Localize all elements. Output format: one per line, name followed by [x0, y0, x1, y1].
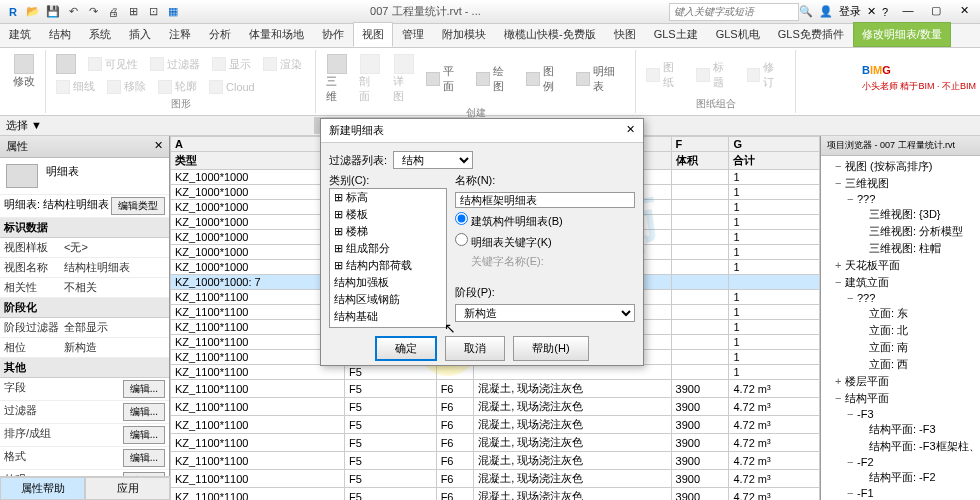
help-button[interactable]: 帮助(H) — [513, 336, 588, 361]
close-button[interactable]: ✕ — [952, 4, 976, 20]
radio-keyword[interactable]: 明细表关键字(K) — [455, 233, 635, 250]
thinline-button[interactable]: 细线 — [52, 77, 99, 96]
tree-node[interactable]: +楼层平面 — [823, 373, 978, 390]
category-listbox[interactable]: ⊞ 标高⊞ 楼板⊞ 楼梯⊞ 组成部分⊞ 结构内部荷载 结构加强板 结构区域钢筋 … — [329, 188, 447, 328]
tree-node[interactable]: −建筑立面 — [823, 274, 978, 291]
field-header[interactable]: 合计 — [729, 152, 820, 170]
view-name-value[interactable]: 结构柱明细表 — [64, 260, 165, 275]
category-item[interactable]: ⊞ 楼梯 — [330, 223, 446, 240]
expand-icon[interactable]: − — [835, 160, 845, 172]
tree-node[interactable]: 三维视图: 分析模型 — [823, 223, 978, 240]
tab-橄榄山快模-免费版[interactable]: 橄榄山快模-免费版 — [495, 22, 605, 47]
profile-button[interactable]: 轮廓 — [154, 77, 201, 96]
category-item[interactable]: ⊞ 组成部分 — [330, 240, 446, 257]
phase-value[interactable]: 新构造 — [64, 340, 165, 355]
prop-help-button[interactable]: 属性帮助 — [0, 477, 85, 500]
cancel-button[interactable]: 取消 — [445, 336, 505, 361]
field-header[interactable]: 体积 — [671, 152, 729, 170]
tree-node[interactable]: 结构平面: -F2 — [823, 469, 978, 486]
section-button[interactable]: 剖面 — [355, 52, 384, 106]
callout-button[interactable]: 详图 — [389, 52, 418, 106]
filter-button[interactable]: 过滤器 — [146, 55, 204, 74]
minimize-button[interactable]: — — [896, 4, 920, 20]
search-icon[interactable]: 🔍 — [799, 5, 813, 18]
tree-node[interactable]: −??? — [823, 192, 978, 206]
tab-GLS土建[interactable]: GLS土建 — [645, 22, 707, 47]
close-icon[interactable]: ✕ — [154, 139, 163, 154]
3dview-button[interactable]: 三维 — [322, 52, 351, 106]
select-dropdown[interactable]: 选择 ▼ — [6, 118, 42, 133]
tab-插入[interactable]: 插入 — [120, 22, 160, 47]
tree-node[interactable]: −??? — [823, 291, 978, 305]
edit-type-button[interactable]: 编辑类型 — [111, 197, 165, 215]
field-header[interactable]: 类型 — [171, 152, 345, 170]
table-row[interactable]: KZ_1100*1100F5F6混凝土, 现场浇注灰色39004.72 m³ — [171, 452, 820, 470]
tab-修改明细表/数量[interactable]: 修改明细表/数量 — [853, 22, 951, 47]
phase-select[interactable]: 新构造 — [455, 304, 635, 322]
category-item[interactable]: 结构区域钢筋 — [330, 291, 446, 308]
drafting-button[interactable]: 绘图 — [472, 62, 518, 96]
tab-附加模块[interactable]: 附加模块 — [433, 22, 495, 47]
redo-icon[interactable]: ↷ — [84, 3, 102, 21]
table-row[interactable]: KZ_1100*1100F5F6混凝土, 现场浇注灰色39004.72 m³ — [171, 398, 820, 416]
table-row[interactable]: KZ_1100*1100F5F6混凝土, 现场浇注灰色39004.72 m³ — [171, 416, 820, 434]
user-icon[interactable]: 👤 — [819, 5, 833, 18]
expand-icon[interactable]: + — [835, 259, 845, 271]
view-template-button[interactable] — [52, 52, 80, 76]
expand-icon[interactable]: − — [835, 392, 845, 404]
remove-button[interactable]: 移除 — [103, 77, 150, 96]
filter-select[interactable]: 结构 — [393, 151, 473, 169]
sort-edit-button[interactable]: 编辑... — [123, 426, 165, 444]
revision-button[interactable]: 修订 — [743, 58, 789, 92]
tree-node[interactable]: −视图 (按标高排序) — [823, 158, 978, 175]
maximize-button[interactable]: ▢ — [924, 4, 948, 20]
expand-icon[interactable]: − — [835, 177, 845, 189]
format-edit-button[interactable]: 编辑... — [123, 449, 165, 467]
table-row[interactable]: KZ_1100*1100F5F6混凝土, 现场浇注灰色39004.72 m³ — [171, 470, 820, 488]
visibility-button[interactable]: 可见性 — [84, 55, 142, 74]
view-template-value[interactable]: <无> — [64, 240, 165, 255]
save-icon[interactable]: 💾 — [44, 3, 62, 21]
tree-node[interactable]: 立面: 西 — [823, 356, 978, 373]
category-item[interactable]: 结构加强板 — [330, 274, 446, 291]
apply-button[interactable]: 应用 — [85, 477, 170, 500]
expand-icon[interactable]: − — [847, 292, 857, 304]
tab-结构[interactable]: 结构 — [40, 22, 80, 47]
ok-button[interactable]: 确定 — [375, 336, 437, 361]
render-button[interactable]: 渲染 — [259, 55, 306, 74]
help-icon[interactable]: ? — [882, 6, 888, 18]
tree-node[interactable]: 立面: 东 — [823, 305, 978, 322]
expand-icon[interactable]: − — [835, 276, 845, 288]
tab-注释[interactable]: 注释 — [160, 22, 200, 47]
expand-icon[interactable]: − — [847, 456, 857, 468]
table-row[interactable]: KZ_1100*1100F5F6混凝土, 现场浇注灰色39004.72 m³ — [171, 488, 820, 501]
col-header[interactable]: F — [671, 137, 729, 152]
legend-button[interactable]: 图例 — [522, 62, 568, 96]
tab-建筑[interactable]: 建筑 — [0, 22, 40, 47]
tree-node[interactable]: −结构平面 — [823, 390, 978, 407]
tree-node[interactable]: 三维视图: {3D} — [823, 206, 978, 223]
tab-GLS免费插件[interactable]: GLS免费插件 — [769, 22, 853, 47]
login-link[interactable]: 登录 — [839, 4, 861, 19]
app-icon[interactable]: R — [4, 3, 22, 21]
exchange-icon[interactable]: ✕ — [867, 5, 876, 18]
schedule-button[interactable]: 明细表 — [572, 62, 629, 96]
tree-node[interactable]: −-F2 — [823, 455, 978, 469]
dialog-close-icon[interactable]: ✕ — [626, 123, 635, 138]
tree-node[interactable]: +天花板平面 — [823, 257, 978, 274]
table-row[interactable]: KZ_1100*1100F51 — [171, 365, 820, 380]
table-row[interactable]: KZ_1100*1100F5F6混凝土, 现场浇注灰色39004.72 m³ — [171, 434, 820, 452]
tree-node[interactable]: 立面: 北 — [823, 322, 978, 339]
sheet-button[interactable]: 图纸 — [642, 58, 688, 92]
print-icon[interactable]: 🖨 — [104, 3, 122, 21]
titleblock-button[interactable]: 标题 — [692, 58, 738, 92]
tab-体量和场地[interactable]: 体量和场地 — [240, 22, 313, 47]
search-input[interactable] — [669, 3, 799, 21]
expand-icon[interactable]: − — [847, 487, 857, 499]
tab-快图[interactable]: 快图 — [605, 22, 645, 47]
phase-filter-value[interactable]: 全部显示 — [64, 320, 165, 335]
expand-icon[interactable]: − — [847, 193, 857, 205]
fields-edit-button[interactable]: 编辑... — [123, 380, 165, 398]
show-button[interactable]: 显示 — [208, 55, 255, 74]
tab-协作[interactable]: 协作 — [313, 22, 353, 47]
